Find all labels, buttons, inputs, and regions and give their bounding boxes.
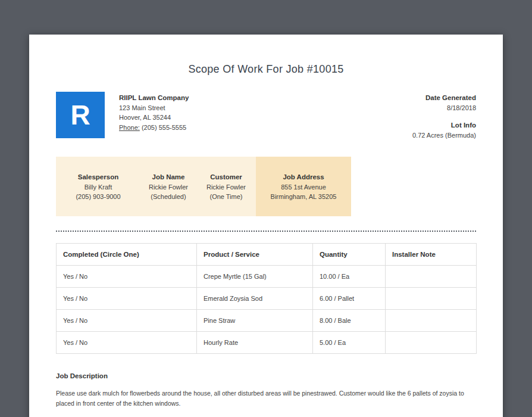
job-address-line1: 855 1st Avenue [256,182,351,192]
job-name-value: Rickie Fowler [140,182,196,192]
summary-job-address: Job Address 855 1st Avenue Birmingham, A… [256,157,351,216]
scope-of-work-document: Scope Of Work For Job #10015 R RIIPL Law… [29,35,503,417]
work-items-table: Completed (Circle One) Product / Service… [56,243,477,354]
company-address-line1: 123 Main Street [119,103,189,113]
completed-cell: Yes / No [57,266,197,288]
installer-note-cell [386,310,477,332]
installer-note-cell [386,332,477,354]
product-cell: Pine Straw [197,310,313,332]
table-row: Yes / No Emerald Zoysia Sod 6.00 / Palle… [57,288,477,310]
product-cell: Hourly Rate [197,332,313,354]
quantity-cell: 10.00 / Ea [313,266,386,288]
document-meta: Date Generated 8/18/2018 Lot Info 0.72 A… [412,92,476,140]
summary-job-name: Job Name Rickie Fowler (Scheduled) [140,157,196,216]
salesperson-phone: (205) 903-9000 [56,192,140,201]
completed-cell: Yes / No [57,288,197,310]
header-completed: Completed (Circle One) [57,244,197,266]
job-address-label: Job Address [256,172,351,182]
customer-type: (One Time) [196,192,256,201]
completed-cell: Yes / No [57,310,197,332]
header-installer-note: Installer Note [386,244,477,266]
company-logo: R [56,92,105,138]
job-name-status: (Scheduled) [140,192,196,201]
logo-letter: R [70,99,90,131]
job-description-label: Job Description [56,372,476,379]
table-header-row: Completed (Circle One) Product / Service… [57,244,477,266]
completed-cell: Yes / No [57,332,197,354]
customer-label: Customer [196,172,256,182]
company-address-line2: Hoover, AL 35244 [119,113,189,123]
header-product-service: Product / Service [197,244,313,266]
table-row: Yes / No Pine Straw 8.00 / Bale [57,310,477,332]
dotted-divider [56,231,476,232]
salesperson-label: Salesperson [56,172,140,182]
phone-number: (205) 555-5555 [142,124,186,131]
lot-info-value: 0.72 Acres (Bermuda) [412,130,476,141]
lot-info-label: Lot Info [412,120,476,130]
installer-note-cell [386,288,477,310]
page-title: Scope Of Work For Job #10015 [56,35,476,76]
phone-label: Phone: [119,124,140,131]
table-row: Yes / No Hourly Rate 5.00 / Ea [57,332,477,354]
header-quantity: Quantity [313,244,386,266]
quantity-cell: 5.00 / Ea [313,332,386,354]
installer-note-cell [386,266,477,288]
product-cell: Emerald Zoysia Sod [197,288,313,310]
summary-customer: Customer Rickie Fowler (One Time) [196,157,256,216]
company-name: RIIPL Lawn Company [119,93,189,103]
date-generated-value: 8/18/2018 [412,103,476,113]
company-phone: Phone: (205) 555-5555 [119,123,189,133]
quantity-cell: 8.00 / Bale [313,310,386,332]
summary-salesperson: Salesperson Billy Kraft (205) 903-9000 [56,157,140,216]
company-info: RIIPL Lawn Company 123 Main Street Hoove… [119,92,189,140]
quantity-cell: 6.00 / Pallet [313,288,386,310]
job-summary-band: Salesperson Billy Kraft (205) 903-9000 J… [56,157,351,216]
document-header: R RIIPL Lawn Company 123 Main Street Hoo… [56,92,476,140]
table-row: Yes / No Crepe Myrtle (15 Gal) 10.00 / E… [57,266,477,288]
product-cell: Crepe Myrtle (15 Gal) [197,266,313,288]
salesperson-name: Billy Kraft [56,182,140,192]
job-description-paragraph: Please use dark mulch for flowerbeds aro… [56,388,476,408]
customer-name: Rickie Fowler [196,182,256,192]
job-description-section: Job Description Please use dark mulch fo… [56,372,476,417]
date-generated-label: Date Generated [412,93,476,103]
job-name-label: Job Name [140,172,196,182]
job-address-line2: Birmingham, AL 35205 [256,192,351,201]
